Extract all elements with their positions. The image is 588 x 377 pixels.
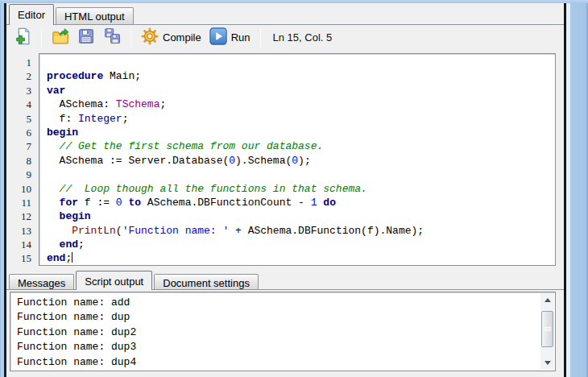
code-line: ASchema := Server.Database(0).Schema(0); [47,154,555,168]
text-caret [72,252,72,263]
line-number: 12 [6,209,31,223]
tab-script-output[interactable]: Script output [76,271,152,290]
code-line [47,168,555,181]
app-window: Editor HTML output [0,0,588,377]
code-line: ASchema: TSchema; [47,97,555,111]
toolbar-separator [41,28,42,48]
code-line: for f := 0 to ASchema.DBFunctionCount - … [47,196,555,209]
run-play-icon [209,27,227,48]
output-line: Function name: dup [17,310,549,325]
editor-pane: Editor HTML output [6,3,564,377]
arrow-up-icon [545,298,551,302]
line-number: 14 [6,238,31,251]
toolbar-separator [260,28,261,48]
arrow-down-icon [545,361,551,365]
open-folder-icon [52,27,69,48]
output-lines: Function name: addFunction name: dupFunc… [10,292,555,371]
output-line: Function name: add [17,296,549,310]
toolbar-separator [130,28,131,48]
bottom-tab-bar: Messages Script output Document settings [6,270,564,290]
line-number: 7 [6,139,31,153]
line-number: 8 [6,154,31,168]
open-button[interactable] [49,26,72,49]
run-button[interactable]: Run [207,26,253,49]
code-editor[interactable]: procedure Main;var ASchema: TSchema; f: … [39,53,556,266]
save-icon [77,27,95,48]
code-line: end; [47,251,555,265]
window-border-left [0,3,6,377]
scroll-up-button[interactable] [540,293,554,307]
compile-button[interactable]: Compile [139,26,204,49]
script-output-panel: Function name: addFunction name: dupFunc… [6,290,564,377]
line-number: 13 [6,224,31,238]
run-button-label: Run [231,31,251,44]
line-number: 5 [6,112,31,126]
save-button[interactable] [75,26,97,49]
tab-messages[interactable]: Messages [9,274,74,290]
window-border-right [564,3,588,377]
code-line: var [47,84,555,97]
script-output-box[interactable]: Function name: addFunction name: dupFunc… [10,292,556,371]
new-script-button[interactable] [11,26,34,49]
line-number: 9 [6,168,31,181]
scrollbar-grip-icon [545,326,551,332]
scroll-down-button[interactable] [540,356,554,370]
code-line: begin [47,209,555,223]
output-line: Function name: dup4 [17,355,549,370]
save-all-icon [103,27,121,48]
code-line: end; [47,238,555,251]
line-number-gutter: 123456789101112131415 [6,56,31,266]
output-scrollbar[interactable] [540,293,554,370]
code-line: PrintLn('Function name: ' + ASchema.DBFu… [47,224,555,238]
code-editor-panel: 123456789101112131415 procedure Main;var… [6,50,564,270]
toolbar: Compile Run [6,25,564,50]
code-line: procedure Main; [47,69,555,83]
line-number: 6 [6,126,31,139]
line-number: 1 [6,56,31,69]
tab-html-output[interactable]: HTML output [56,7,134,25]
line-number: 2 [6,69,31,83]
line-number: 4 [6,97,31,111]
line-number: 3 [6,84,31,97]
top-tab-bar: Editor HTML output [6,3,564,25]
save-all-button[interactable] [101,26,123,49]
code-line: // Loop though all the functions in that… [47,182,555,196]
output-line: Function name: dup3 [17,340,549,354]
compile-button-label: Compile [163,31,201,44]
cursor-position-status: Ln 15, Col. 5 [268,31,333,44]
code-line [47,56,555,69]
output-line: Function name: dup2 [17,325,549,340]
line-number: 10 [6,182,31,196]
gear-icon [141,27,159,48]
code-line: // Get the first schema from our databas… [47,139,555,153]
code-line: f: Integer; [47,112,555,126]
new-document-icon [14,27,31,48]
tab-document-settings[interactable]: Document settings [154,274,259,290]
tab-editor[interactable]: Editor [9,4,54,25]
line-number: 11 [6,196,31,209]
scrollbar-thumb[interactable] [541,311,553,347]
line-number: 15 [6,251,31,265]
code-line: begin [47,126,555,139]
